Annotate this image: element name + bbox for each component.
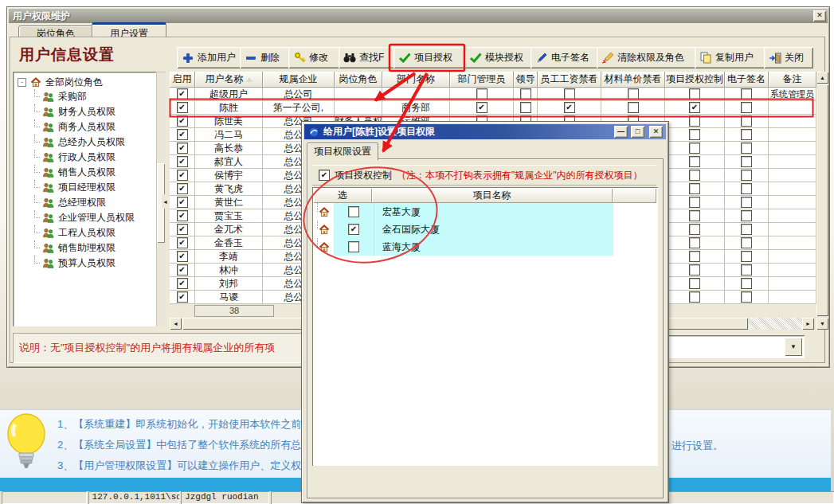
enable-checkbox[interactable]: ✔ <box>177 264 188 275</box>
enable-checkbox[interactable]: ✔ <box>177 224 188 235</box>
dialog-titlebar[interactable]: 给用户[陈胜]设置项目权限 — □ ✕ <box>304 124 666 139</box>
close-button[interactable]: 关闭 <box>764 47 813 68</box>
esign-checkbox[interactable] <box>741 278 752 289</box>
esign-checkbox[interactable] <box>741 264 752 275</box>
column-header[interactable]: 部门管理员 <box>450 72 514 88</box>
esign-checkbox[interactable] <box>741 115 752 127</box>
esign-checkbox[interactable] <box>741 210 752 221</box>
esign-checkbox[interactable] <box>741 156 752 167</box>
leader-checkbox[interactable] <box>520 88 531 100</box>
combobox-dropdown-icon[interactable]: ▼ <box>785 338 802 356</box>
proj-auth-ctrl-checkbox[interactable] <box>689 170 700 181</box>
proj-auth-ctrl-checkbox[interactable] <box>689 251 700 262</box>
find-button[interactable]: 查找F <box>339 47 396 68</box>
proj-auth-ctrl-checkbox[interactable] <box>689 291 700 303</box>
modify-button[interactable]: 修改 <box>288 47 341 68</box>
enable-checkbox[interactable]: ✔ <box>177 291 188 303</box>
vscrollbar-thumb[interactable] <box>816 84 828 316</box>
table-row[interactable]: ✔超级用户总公司系统管理员 <box>170 88 816 101</box>
enable-checkbox[interactable]: ✔ <box>177 88 188 100</box>
tree-item[interactable]: 工程人员权限 <box>13 225 156 240</box>
enable-checkbox[interactable]: ✔ <box>177 197 188 208</box>
dialog-tab-project-permission[interactable]: 项目权限设置 <box>307 143 378 160</box>
proj-auth-ctrl-checkbox[interactable] <box>689 237 700 248</box>
project-row[interactable]: 宏基大厦 <box>314 203 656 221</box>
column-header[interactable]: 备注 <box>769 72 816 88</box>
esign-checkbox[interactable] <box>741 88 752 100</box>
delete-button[interactable]: 删除 <box>240 47 291 68</box>
clear-perm-role-button[interactable]: 清除权限及角色 <box>597 47 697 68</box>
enable-checkbox[interactable]: ✔ <box>177 170 188 181</box>
module-auth-button[interactable]: 模块授权 <box>464 47 533 68</box>
tree-item[interactable]: 企业管理人员权限 <box>13 210 156 225</box>
tree-item[interactable]: 总经办人员权限 <box>13 135 156 150</box>
scroll-down-icon[interactable]: ▼ <box>816 318 828 330</box>
proj-auth-ctrl-checkbox[interactable] <box>689 278 700 289</box>
esign-checkbox[interactable] <box>741 170 752 181</box>
proj-auth-ctrl-checkbox[interactable] <box>689 129 700 140</box>
column-header[interactable]: 电子签名 <box>725 72 769 88</box>
salary-hide-checkbox[interactable] <box>564 88 575 100</box>
column-header[interactable]: 材料单价禁看 <box>601 72 665 88</box>
esign-checkbox[interactable] <box>741 237 752 248</box>
tree-item[interactable]: 销售人员权限 <box>13 165 156 180</box>
enable-checkbox[interactable]: ✔ <box>177 183 188 194</box>
tree-item[interactable]: 行政人员权限 <box>13 150 156 165</box>
add-user-button[interactable]: 添加用户 <box>177 47 242 68</box>
column-header[interactable]: 岗位角色 <box>335 72 382 88</box>
dialog-minimize-button[interactable]: — <box>614 126 628 138</box>
dept-admin-checkbox[interactable] <box>476 88 487 100</box>
material-hide-checkbox[interactable] <box>628 88 639 100</box>
esign-checkbox[interactable] <box>741 197 752 208</box>
leader-checkbox[interactable] <box>520 102 531 113</box>
esign-checkbox[interactable] <box>741 183 752 194</box>
project-row[interactable]: ✔金石国际大厦 <box>314 221 656 238</box>
proj-auth-ctrl-checkbox[interactable] <box>689 197 700 208</box>
window-titlebar[interactable]: 用户权限维护 <box>9 9 828 23</box>
enable-checkbox[interactable]: ✔ <box>177 129 188 140</box>
proj-auth-ctrl-checkbox[interactable] <box>689 115 700 127</box>
tree-root[interactable]: - 全部岗位角色 <box>13 75 156 89</box>
tree-item[interactable]: 总经理权限 <box>13 195 156 210</box>
column-header[interactable]: 用户名称 <box>195 72 263 88</box>
project-row[interactable]: 蓝海大厦 <box>314 238 656 256</box>
column-header[interactable]: 规属企业 <box>263 72 335 88</box>
tree-item[interactable]: 采购部 <box>13 89 156 104</box>
esign-checkbox[interactable] <box>741 143 752 154</box>
esign-button[interactable]: 电子签名 <box>531 47 599 68</box>
salary-hide-checkbox[interactable]: ✔ <box>564 102 575 113</box>
project-checkbox[interactable] <box>348 206 359 217</box>
enable-checkbox[interactable]: ✔ <box>177 115 188 127</box>
proj-auth-ctrl-checkbox[interactable]: ✔ <box>689 102 700 113</box>
column-header[interactable]: 启用 <box>170 72 195 88</box>
project-column-header[interactable]: 选 <box>314 189 372 203</box>
proj-auth-ctrl-checkbox[interactable] <box>689 156 700 167</box>
tree-item[interactable]: 商务人员权限 <box>13 119 156 135</box>
tree-item[interactable]: 销售助理权限 <box>13 240 156 256</box>
column-header[interactable]: 领导 <box>514 72 538 88</box>
proj-auth-ctrl-checkbox[interactable] <box>689 143 700 154</box>
copy-user-button[interactable]: 复制用户 <box>695 47 766 68</box>
tree-item[interactable]: 项目经理权限 <box>13 180 156 195</box>
dialog-close-button[interactable]: ✕ <box>649 126 663 138</box>
column-header[interactable]: 项目授权控制 <box>665 72 725 88</box>
esign-checkbox[interactable] <box>741 129 752 140</box>
splitter-collapse-button[interactable]: ◄ <box>162 194 169 209</box>
project-auth-button[interactable]: 项目授权 <box>394 47 465 68</box>
enable-checkbox[interactable]: ✔ <box>177 237 188 248</box>
project-checkbox[interactable]: ✔ <box>348 224 359 235</box>
esign-checkbox[interactable] <box>741 251 752 262</box>
proj-auth-ctrl-checkbox[interactable] <box>689 264 700 275</box>
material-hide-checkbox[interactable] <box>628 102 639 113</box>
scroll-right-icon[interactable]: ► <box>802 318 814 330</box>
window-close-button[interactable]: ✕ <box>813 10 826 21</box>
proj-auth-ctrl-checkbox[interactable] <box>689 88 700 100</box>
project-column-header[interactable]: 项目名称 <box>372 189 613 203</box>
tree-item[interactable]: 财务人员权限 <box>13 104 156 119</box>
tree-expander-icon[interactable]: - <box>18 78 26 87</box>
table-row[interactable]: ✔陈胜第一子公司,商务部✔✔✔ <box>170 101 816 115</box>
proj-auth-ctrl-checkbox[interactable] <box>689 183 700 194</box>
esign-checkbox[interactable] <box>741 224 752 235</box>
column-header[interactable]: 员工工资禁看 <box>538 72 601 88</box>
column-header[interactable]: 部门名称 <box>382 72 450 88</box>
